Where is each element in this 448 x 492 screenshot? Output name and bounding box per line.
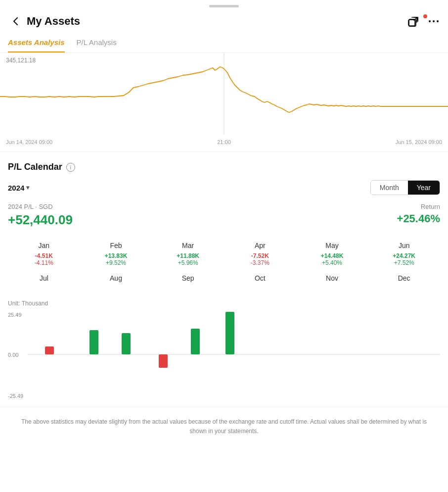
month-pct: +7.52% (394, 259, 414, 266)
info-icon[interactable]: i (66, 163, 75, 172)
year-selector[interactable]: 2024 ▾ (8, 184, 29, 192)
pl-calendar-section: P/L Calendar i 2024 ▾ Month Year 2024 P/… (0, 152, 448, 289)
bar-chart-svg: 25.49 0.00 -25.49 (8, 310, 440, 399)
svg-rect-13 (122, 333, 131, 354)
svg-rect-14 (159, 354, 168, 368)
pl-summary: 2024 P/L · SGD +52,440.09 Return +25.46% (8, 203, 440, 228)
month-pl: +13.83K (105, 252, 128, 259)
month-pct: -4.11% (35, 259, 53, 266)
header-actions (407, 15, 440, 28)
pl-label: 2024 P/L · SGD (8, 203, 73, 210)
svg-rect-11 (45, 346, 54, 354)
month-cell-jul[interactable]: Jul (8, 270, 80, 289)
month-pl: -7.52K (251, 252, 269, 259)
month-name: Feb (110, 242, 122, 249)
drag-bar (0, 0, 448, 10)
month-pl: -4.51K (35, 252, 53, 259)
month-cell-dec[interactable]: Dec (368, 270, 440, 289)
month-pct: +9.52% (106, 259, 126, 266)
month-name: Aug (110, 274, 122, 282)
month-name: Nov (326, 274, 338, 282)
return-label: Return (397, 203, 440, 210)
month-name: Sep (182, 274, 194, 282)
disclaimer: The above statistics may deviate slightl… (0, 407, 448, 451)
month-name: Apr (255, 242, 266, 249)
chart-time-labels: Jun 14, 2024 09:00 21:00 Jun 15, 2024 09… (0, 137, 448, 147)
view-toggle: Month Year (370, 180, 440, 195)
month-pl: +14.48K (321, 252, 344, 259)
month-name: Oct (255, 274, 266, 282)
toggle-year-button[interactable]: Year (408, 181, 440, 195)
month-cell-oct[interactable]: Oct (224, 270, 296, 289)
svg-text:25.49: 25.49 (8, 312, 22, 318)
bar-chart-wrapper: 25.49 0.00 -25.49 (8, 310, 440, 399)
return-value: +25.46% (397, 212, 440, 225)
more-button-wrapper (427, 15, 440, 28)
page-title: My Assets (27, 15, 407, 28)
month-cell-feb[interactable]: Feb+13.83K+9.52% (80, 238, 152, 270)
svg-point-4 (437, 20, 439, 22)
svg-rect-16 (225, 312, 234, 354)
pl-right: Return +25.46% (397, 203, 440, 225)
chart-label-center: 21:00 (217, 139, 231, 145)
year-caret-icon: ▾ (26, 184, 29, 191)
chart-label-right: Jun 15, 2024 09:00 (396, 139, 442, 145)
month-pl: +11.88K (177, 252, 199, 259)
controls-row: 2024 ▾ Month Year (8, 180, 440, 195)
tab-pl-analysis[interactable]: P/L Analysis (77, 34, 117, 52)
assets-chart: 345,121.18 Jun 14, 2024 09:00 21:00 Jun … (0, 53, 448, 152)
svg-point-3 (433, 20, 435, 22)
pl-calendar-title: P/L Calendar (8, 162, 62, 172)
month-cell-aug[interactable]: Aug (80, 270, 152, 289)
month-pl: +24.27K (393, 252, 415, 259)
bar-chart-unit-label: Unit: Thousand (8, 300, 440, 307)
toggle-month-button[interactable]: Month (371, 181, 408, 195)
month-name: Dec (398, 274, 410, 282)
back-button[interactable] (8, 13, 24, 29)
month-pct: +5.96% (178, 259, 198, 266)
tab-assets-analysis[interactable]: Assets Analysis (8, 34, 65, 52)
year-label: 2024 (8, 184, 24, 192)
bar-chart-section: Unit: Thousand 25.49 0.00 -25.49 (0, 295, 448, 407)
month-pct: -3.37% (251, 259, 269, 266)
month-grid: Jan-4.51K-4.11%Feb+13.83K+9.52%Mar+11.88… (8, 238, 440, 289)
notification-dot (423, 14, 427, 18)
month-cell-nov[interactable]: Nov (296, 270, 368, 289)
month-name: Jun (399, 242, 410, 249)
month-name: Jul (40, 274, 48, 282)
month-cell-jan[interactable]: Jan-4.51K-4.11% (8, 238, 80, 270)
line-chart-svg (0, 53, 448, 135)
share-button[interactable] (407, 15, 420, 28)
month-cell-apr[interactable]: Apr-7.52K-3.37% (224, 238, 296, 270)
pl-calendar-header: P/L Calendar i (8, 162, 440, 172)
svg-rect-15 (191, 329, 200, 354)
month-cell-mar[interactable]: Mar+11.88K+5.96% (152, 238, 224, 270)
tabs-bar: Assets Analysis P/L Analysis (0, 34, 448, 53)
month-name: May (325, 242, 338, 249)
month-name: Mar (182, 242, 194, 249)
month-cell-may[interactable]: May+14.48K+5.40% (296, 238, 368, 270)
month-pct: +5.40% (322, 259, 342, 266)
svg-text:-25.49: -25.49 (8, 393, 23, 399)
header: My Assets (0, 10, 448, 34)
svg-text:0.00: 0.00 (8, 352, 18, 358)
pl-left: 2024 P/L · SGD +52,440.09 (8, 203, 73, 228)
pl-value: +52,440.09 (8, 212, 73, 228)
month-cell-jun[interactable]: Jun+24.27K+7.52% (368, 238, 440, 270)
disclaimer-text: The above statistics may deviate slightl… (12, 417, 436, 436)
svg-point-2 (429, 20, 431, 22)
svg-rect-12 (90, 330, 98, 354)
chart-label-left: Jun 14, 2024 09:00 (6, 139, 52, 145)
more-button[interactable] (427, 15, 440, 28)
month-name: Jan (39, 242, 50, 249)
chart-value-label: 345,121.18 (6, 57, 36, 64)
month-cell-sep[interactable]: Sep (152, 270, 224, 289)
